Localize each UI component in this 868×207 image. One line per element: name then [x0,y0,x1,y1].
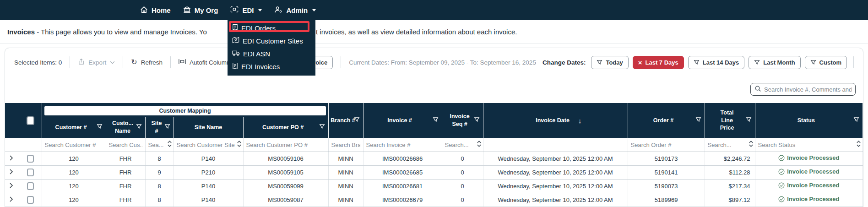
cell-status: Invoice Processed [755,179,863,193]
column-label: Invoice Seq # [448,113,471,128]
column-header-invoice-seq[interactable]: Invoice Seq # [442,103,483,138]
filter-funnel-icon[interactable] [474,117,480,125]
column-header-total-line-price[interactable]: Total Line Price [705,103,755,138]
column-header-customer-po[interactable]: Customer PO # [243,117,328,138]
status-label: Invoice Processed [787,182,839,189]
column-header-invoice-date[interactable]: Invoice Date ↓ [483,103,628,138]
refresh-button[interactable]: ↻ Refresh [131,59,163,66]
spinner-up-down-icon[interactable] [477,140,482,149]
search-input[interactable] [764,86,852,93]
column-header-site-number[interactable]: Site # [145,117,174,138]
chevron-down-icon [258,9,262,11]
spinner-up-down-icon[interactable] [749,140,754,149]
cell-customer-number: 120 [42,152,106,165]
autofit-columns-button[interactable]: Autofit Columns [179,59,233,66]
column-header-customer-name[interactable]: Custo... Name [106,117,145,138]
cell-customer-number: 120 [42,179,106,193]
cell-site-name: P140 [174,179,243,193]
filter-funnel-icon[interactable] [319,124,325,131]
filter-customer-number-input[interactable] [44,142,104,148]
filter-funnel-icon[interactable] [97,124,103,131]
cell-site-number: 8 [145,179,174,193]
last-7-days-button-active[interactable]: × Last 7 Days [633,56,684,69]
export-button[interactable]: Export [78,58,115,66]
row-checkbox[interactable] [27,169,34,176]
cell-total-line-price: $112.28 [705,165,755,179]
today-button[interactable]: Today [591,56,628,69]
cell-invoice-number: IMS000026685 [363,165,442,179]
search-icon [754,85,761,94]
nav-item-home[interactable]: Home [140,6,171,15]
expand-row-button[interactable] [5,193,19,207]
cell-invoice-seq: 0 [442,179,483,193]
page-description-right: t invoices, as well as view detailed inf… [316,20,517,44]
menu-item-edi-customer-sites[interactable]: EDI Customer Sites [228,34,315,47]
row-checkbox[interactable] [27,196,34,204]
bank-icon [183,6,191,15]
filter-site-name-input[interactable] [176,142,236,148]
admin-user-gear-icon [274,6,282,15]
row-checkbox[interactable] [27,182,34,190]
filter-status-input[interactable] [757,142,855,148]
expand-row-button[interactable] [5,179,19,193]
spinner-up-down-icon[interactable] [856,140,861,149]
check-circle-icon [778,155,785,161]
column-header-invoice-number[interactable]: Invoice # [363,103,442,138]
expand-row-button[interactable] [5,165,19,179]
last-14-days-button[interactable]: Last 14 Days [688,56,745,69]
filter-funnel-icon[interactable] [354,117,360,125]
sort-descending-icon[interactable]: ↓ [578,117,582,125]
spinner-up-down-icon[interactable] [237,140,242,149]
expand-row-button[interactable] [5,152,19,165]
menu-item-edi-orders[interactable]: EDI Orders [228,22,315,34]
menu-item-edi-asn[interactable]: EDI ASN [228,47,315,60]
table-row[interactable]: 120 FHR 8 P140 MS00059106 MINN IMS000026… [5,152,863,165]
filter-funnel-icon[interactable] [136,124,142,131]
filter-order-number-input[interactable] [630,142,703,148]
filter-funnel-icon [810,60,816,65]
row-checkbox[interactable] [27,155,34,163]
filter-total-line-price-input[interactable] [707,142,748,148]
column-header-customer-number[interactable]: Customer # [42,117,106,138]
filter-invoice-date-input[interactable] [485,142,626,148]
row-select-cell [19,165,42,179]
table-row[interactable]: 120 FHR 8 P140 MS00059087 MINN IMS000026… [5,193,863,207]
column-header-site-name[interactable]: Site Name [174,117,243,138]
select-all-checkbox[interactable] [27,116,34,125]
column-header-order-number[interactable]: Order # [628,103,705,138]
filter-funnel-icon[interactable] [695,117,701,125]
filter-invoice-number-input[interactable] [365,142,440,148]
filter-funnel-icon[interactable] [433,117,439,125]
status-label: Invoice Processed [787,154,839,161]
filter-customer-name-input[interactable] [108,142,143,148]
filter-site-number-input[interactable] [147,142,166,148]
filter-branch-input[interactable] [331,142,361,148]
nav-item-my-org[interactable]: My Org [183,6,218,15]
spinner-up-down-icon[interactable] [167,140,172,149]
column-header-branch[interactable]: Branch # [328,103,363,138]
group-header-label: Customer Mapping [44,106,326,115]
divider [853,56,854,68]
status-label: Invoice Processed [787,168,839,175]
column-header-status[interactable]: Status [755,103,863,138]
edi-icon [230,6,239,14]
last-month-button[interactable]: Last Month [749,56,800,69]
filter-invoice-seq-input[interactable] [444,142,476,148]
nav-item-admin[interactable]: Admin [274,6,316,15]
menu-item-edi-invoices[interactable]: EDI Invoices [228,60,315,73]
page-description-left: - This page allows you to view and manag… [35,28,207,36]
cell-total-line-price: $2,246.72 [705,152,755,165]
filter-funnel-icon[interactable] [853,117,859,125]
custom-dates-button[interactable]: Custom [805,56,847,69]
cell-total-line-price: $217.34 [705,179,755,193]
filter-cell-empty [5,138,19,152]
table-row[interactable]: 120 FHR 9 P210 MS00059105 MINN IMS000026… [5,165,863,179]
filter-funnel-icon [597,60,602,65]
column-label: Customer # [55,124,87,131]
check-circle-icon [778,182,785,189]
filter-funnel-icon[interactable] [164,124,170,131]
filter-funnel-icon[interactable] [746,117,752,125]
table-row[interactable]: 120 FHR 8 P140 MS00059099 MINN IMS000026… [5,179,863,193]
filter-customer-po-input[interactable] [245,142,326,148]
nav-item-edi[interactable]: EDI [230,6,262,14]
